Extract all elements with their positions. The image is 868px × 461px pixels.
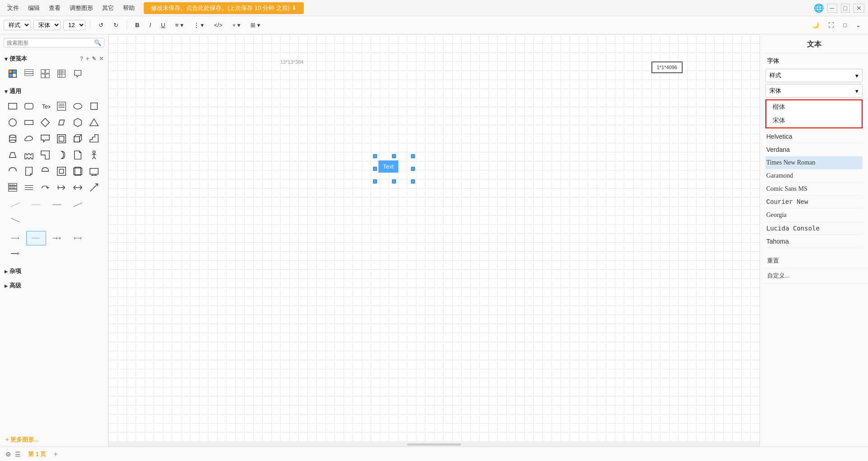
shape-diamond[interactable]: [38, 115, 52, 130]
handle-bm[interactable]: [392, 179, 396, 183]
font-dropdown[interactable]: 宋体 ▾: [765, 84, 863, 98]
add-page-btn[interactable]: +: [53, 450, 57, 458]
shape-trapezoid[interactable]: [5, 148, 20, 162]
shape-line[interactable]: [47, 198, 67, 212]
more-format-btn[interactable]: ⋮ ▾: [190, 20, 208, 30]
underline-btn[interactable]: U: [157, 20, 169, 30]
font-item-garamond[interactable]: Garamond: [765, 169, 863, 183]
shape-dotted[interactable]: [26, 198, 46, 212]
notes-add-icon[interactable]: +: [86, 56, 89, 62]
h-scroll-thumb[interactable]: [407, 443, 461, 446]
fullscreen-btn[interactable]: ⛶: [825, 20, 838, 30]
shape-arc[interactable]: [5, 164, 20, 179]
shape-parallelogram[interactable]: [54, 115, 69, 130]
shape-stickman[interactable]: [87, 148, 101, 162]
save-banner[interactable]: 修改未保存。点击此处保存。(上次保存 10 分钟 之前) ⬇: [144, 2, 304, 14]
shape-half-circle[interactable]: [38, 164, 52, 179]
font-item-songti[interactable]: 宋体: [766, 114, 862, 127]
align-btn[interactable]: ≡ ▾: [171, 20, 187, 30]
minimize-btn[interactable]: ─: [827, 4, 837, 13]
menu-view[interactable]: 查看: [45, 2, 64, 14]
font-item-tahoma[interactable]: Tahoma: [765, 235, 863, 248]
shape-arrow-dashed[interactable]: [26, 231, 46, 245]
font-item-kaiti[interactable]: 楷体: [766, 100, 862, 114]
font-item-verdana[interactable]: Verdana: [765, 143, 863, 156]
darkmode-btn[interactable]: 🌙: [808, 20, 823, 30]
handle-tl[interactable]: [373, 154, 377, 158]
handle-ml[interactable]: [373, 167, 377, 171]
shape-crescent[interactable]: [54, 148, 69, 162]
shape-callout[interactable]: [38, 132, 52, 146]
shape-inner-rect[interactable]: [54, 164, 69, 179]
handle-tr[interactable]: [411, 154, 415, 158]
shape-list[interactable]: List itemList item: [5, 180, 20, 195]
insert-btn[interactable]: + ▾: [229, 20, 244, 30]
undo-btn[interactable]: ↺: [95, 20, 107, 30]
shape-arrow-right2[interactable]: [54, 180, 69, 195]
shape-display[interactable]: [87, 164, 101, 179]
shape-triangle[interactable]: [87, 115, 101, 130]
handle-br[interactable]: [411, 179, 415, 183]
shape-square[interactable]: [87, 99, 101, 113]
section-advanced-header[interactable]: ▸ 高级: [4, 280, 104, 292]
shape-line-neg[interactable]: [5, 213, 25, 227]
search-input[interactable]: [7, 40, 94, 46]
section-notes-header[interactable]: ▾ 便笺本 ? + ✎ ✕: [4, 53, 104, 65]
notes-close-icon[interactable]: ✕: [99, 56, 104, 62]
handle-bl[interactable]: [373, 179, 377, 183]
pages-icon[interactable]: ☰: [15, 451, 21, 458]
h-scrollbar[interactable]: [108, 442, 760, 447]
section-general-header[interactable]: ▾ 通用: [4, 85, 104, 97]
shape-frame[interactable]: [54, 132, 69, 146]
notes-help-icon[interactable]: ?: [80, 56, 83, 62]
shape-text[interactable]: Text: [38, 99, 52, 113]
expand-btn[interactable]: ⌄: [852, 20, 864, 30]
shape-page[interactable]: [71, 148, 85, 162]
shape-rect2[interactable]: [22, 115, 36, 130]
shape-hexagon[interactable]: [71, 115, 85, 130]
panel-btn[interactable]: □: [840, 20, 850, 30]
font-select[interactable]: 宋体: [33, 20, 61, 30]
handle-tm[interactable]: [392, 154, 396, 158]
font-item-georgia[interactable]: Georgia: [765, 209, 863, 222]
font-item-lucida-console[interactable]: Lucida Console: [765, 222, 863, 235]
font-item-comic-sans-ms[interactable]: Comic Sans MS: [765, 183, 863, 196]
shape-3dbox[interactable]: [71, 132, 85, 146]
settings-icon[interactable]: ⚙: [5, 451, 11, 458]
table-btn[interactable]: ⊞ ▾: [247, 20, 264, 30]
menu-edit[interactable]: 编辑: [24, 2, 43, 14]
style-dropdown[interactable]: 样式 ▾: [765, 69, 863, 82]
shape-note1[interactable]: [5, 66, 20, 81]
shape-ellipse[interactable]: [71, 99, 85, 113]
shape-double-rect[interactable]: [71, 164, 85, 179]
text-box[interactable]: Text: [378, 160, 398, 173]
shape-arrow-thick[interactable]: [5, 246, 25, 261]
more-shapes-btn[interactable]: + 更多图形...: [0, 433, 108, 447]
handle-mr[interactable]: [411, 167, 415, 171]
shape-note4[interactable]: [54, 66, 69, 81]
shape-curved-arrow[interactable]: [38, 180, 52, 195]
reset-btn[interactable]: 重置: [760, 254, 868, 268]
shape-arrow-diag[interactable]: [87, 180, 101, 195]
shape-line-diag[interactable]: [68, 198, 88, 212]
shape-step[interactable]: [87, 132, 101, 146]
shape-rect[interactable]: [5, 99, 20, 113]
italic-btn[interactable]: I: [146, 20, 155, 30]
shape-note-corner[interactable]: [22, 164, 36, 179]
shape-note2[interactable]: [22, 66, 36, 81]
shape-dotted-diag[interactable]: [5, 198, 25, 212]
shape-note-lines[interactable]: [54, 99, 69, 113]
shape-list2[interactable]: [22, 180, 36, 195]
notes-edit-icon[interactable]: ✎: [92, 56, 96, 62]
custom-btn[interactable]: 自定义...: [760, 268, 868, 283]
code-btn[interactable]: </>: [210, 20, 226, 30]
shape-cylinder[interactable]: [5, 132, 20, 146]
shape-wave[interactable]: [22, 148, 36, 162]
section-misc-header[interactable]: ▸ 杂项: [4, 265, 104, 277]
menu-help[interactable]: 帮助: [119, 2, 138, 14]
shape-arrow-multi[interactable]: [47, 231, 67, 245]
font-item-helvetica[interactable]: Helvetica: [765, 130, 863, 143]
canvas-area[interactable]: 13*13*384 1*1*4096 Text: [108, 34, 760, 447]
shape-arrow-both[interactable]: [71, 180, 85, 195]
font-item-times-new-roman[interactable]: Times New Roman: [765, 156, 863, 169]
